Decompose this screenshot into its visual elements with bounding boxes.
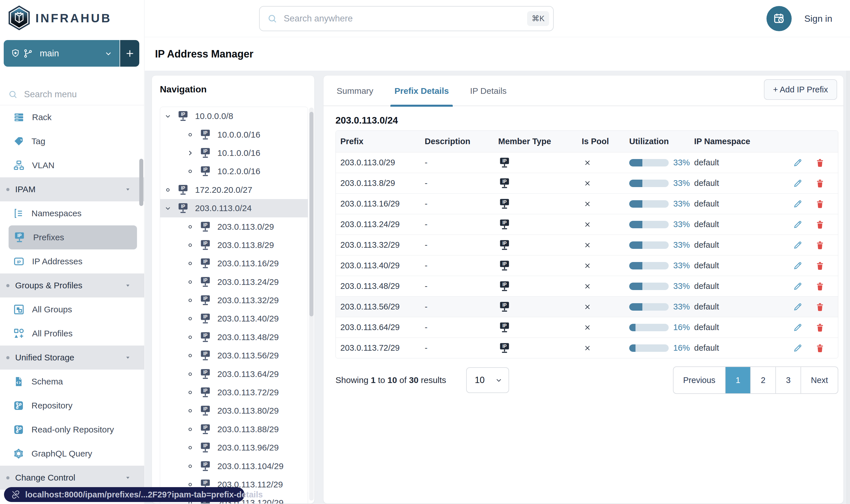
delete-row-button[interactable] — [815, 220, 825, 229]
table-row[interactable]: 203.0.113.32/29 - IP 33% default — [336, 235, 838, 255]
tree-node[interactable]: IP 203.0.113.56/29 — [160, 346, 308, 365]
table-row[interactable]: 203.0.113.56/29 - IP 33% default — [336, 296, 838, 317]
edit-row-button[interactable] — [793, 261, 802, 271]
edit-row-button[interactable] — [793, 220, 802, 229]
tree-node[interactable]: IP 10.0.0.0/16 — [160, 125, 308, 144]
sidebar-item-namespaces[interactable]: Namespaces — [0, 201, 144, 226]
edit-row-button[interactable] — [793, 199, 802, 209]
table-row[interactable]: 203.0.113.40/29 - IP 33% default — [336, 255, 838, 276]
tree-node[interactable]: IP 203.0.113.0/29 — [160, 217, 308, 236]
delete-row-button[interactable] — [815, 199, 825, 209]
sign-in-button[interactable]: Sign in — [804, 0, 832, 37]
chevron-right-icon[interactable] — [186, 149, 194, 157]
delete-row-button[interactable] — [815, 179, 825, 188]
tree-node[interactable]: IP 203.0.113.16/29 — [160, 254, 308, 273]
delete-row-button[interactable] — [815, 158, 825, 168]
tree-node[interactable]: IP 10.0.0.0/8 — [160, 107, 308, 125]
rack-icon — [13, 111, 24, 123]
chevron-down-icon[interactable] — [164, 204, 171, 213]
page-button-next[interactable]: Next — [800, 367, 838, 393]
delete-row-button[interactable] — [815, 302, 825, 312]
page-scrollbar-gutter[interactable] — [847, 71, 850, 504]
link-slash-icon — [11, 490, 21, 500]
page-button-2[interactable]: 2 — [750, 367, 775, 393]
sidebar-item-ip-addresses[interactable]: IP IP Addresses — [0, 249, 144, 273]
tree-node[interactable]: IP 203.0.113.80/29 — [160, 401, 308, 420]
tree-node[interactable]: IP 203.0.113.96/29 — [160, 438, 308, 457]
sidebar-item-all-profiles[interactable]: All Profiles — [0, 322, 144, 345]
tree-node[interactable]: IP 203.0.113.64/29 — [160, 365, 308, 383]
edit-row-button[interactable] — [793, 343, 802, 353]
edit-row-button[interactable] — [793, 240, 802, 250]
delete-row-button[interactable] — [815, 261, 825, 271]
content: ⌘K Sign in IP Address Manager — [145, 0, 850, 504]
tree-node[interactable]: IP 203.0.113.40/29 — [160, 309, 308, 328]
sidebar-section-groups-profiles[interactable]: Groups & Profiles — [0, 273, 144, 298]
sidebar-item-rack[interactable]: Rack — [0, 105, 144, 129]
delete-row-button[interactable] — [815, 282, 825, 291]
tree-node[interactable]: IP 203.0.113.88/29 — [160, 420, 308, 438]
page-button-1[interactable]: 1 — [725, 367, 750, 393]
tree-node-label: 203.0.113.32/29 — [217, 295, 279, 305]
tree-node-label: 203.0.113.0/24 — [195, 203, 252, 213]
sidebar-item-prefixes[interactable]: IP Prefixes — [8, 226, 137, 249]
add-ip-prefix-button[interactable]: + Add IP Prefix — [764, 79, 837, 100]
logo[interactable]: INFRAHUB — [8, 2, 111, 34]
sidebar-item-schema[interactable]: Schema — [0, 370, 144, 394]
page-size-select[interactable]: 10 — [466, 367, 509, 393]
tree-node[interactable]: IP 203.0.113.24/29 — [160, 273, 308, 291]
tree-node[interactable]: IP 203.0.113.8/29 — [160, 236, 308, 254]
page-button-previous[interactable]: Previous — [673, 367, 725, 393]
sidebar-section-ipam[interactable]: IPAM — [0, 177, 144, 201]
sidebar-item-repository[interactable]: Repository — [0, 394, 144, 418]
prefix-icon: IP — [199, 368, 212, 380]
tree-node[interactable]: IP 10.1.0.0/16 — [160, 144, 308, 162]
delete-row-button[interactable] — [815, 323, 825, 332]
table-row[interactable]: 203.0.113.24/29 - IP 33% default — [336, 214, 838, 235]
table-row[interactable]: 203.0.113.64/29 - IP 16% default — [336, 317, 838, 338]
tab-ip-details[interactable]: IP Details — [469, 75, 508, 106]
sidebar-item-tag[interactable]: Tag — [0, 129, 144, 153]
table-row[interactable]: 203.0.113.0/29 - IP 33% default — [336, 152, 838, 173]
tab-prefix-details[interactable]: Prefix Details — [393, 75, 450, 106]
dot-icon — [186, 242, 194, 248]
tree-scrollbar-thumb[interactable] — [309, 112, 313, 317]
edit-row-button[interactable] — [793, 158, 802, 168]
sidebar-item-graphql-query[interactable]: GraphQL Query — [0, 442, 144, 466]
edit-row-button[interactable] — [793, 282, 802, 291]
tree-node[interactable]: IP 203.0.113.0/24 — [160, 199, 308, 217]
tree-node[interactable]: IP 203.0.113.32/29 — [160, 291, 308, 309]
sidebar-section-change-control[interactable]: Change Control — [0, 466, 144, 490]
delete-row-button[interactable] — [815, 240, 825, 250]
global-search[interactable]: ⌘K — [259, 6, 554, 31]
sidebar-item-all-groups[interactable]: All Groups — [0, 298, 144, 322]
sidebar-item-read-only-repository[interactable]: Read-only Repository — [0, 418, 144, 442]
page-button-3[interactable]: 3 — [775, 367, 800, 393]
sidebar-item-vlan[interactable]: VLAN — [0, 153, 144, 177]
edit-row-button[interactable] — [793, 302, 802, 312]
tree-node[interactable]: IP 203.0.113.104/29 — [160, 457, 308, 475]
svg-text:IP: IP — [203, 351, 207, 356]
chevron-down-icon[interactable] — [164, 112, 171, 121]
table-row[interactable]: 203.0.113.16/29 - IP 33% default — [336, 193, 838, 214]
sidebar-search[interactable] — [0, 84, 144, 105]
table-row[interactable]: 203.0.113.72/29 - IP 16% default — [336, 338, 838, 358]
edit-row-button[interactable] — [793, 323, 802, 332]
edit-row-button[interactable] — [793, 179, 802, 188]
sidebar-search-input[interactable] — [23, 89, 118, 100]
table-row[interactable]: 203.0.113.48/29 - IP 33% default — [336, 276, 838, 296]
schedule-button[interactable] — [766, 6, 792, 31]
delete-row-button[interactable] — [815, 343, 825, 353]
sidebar-section-unified-storage[interactable]: Unified Storage — [0, 345, 144, 370]
add-branch-button[interactable] — [120, 40, 139, 67]
tree-node[interactable]: IP 10.2.0.0/16 — [160, 162, 308, 180]
global-search-input[interactable] — [283, 13, 521, 24]
dot-icon — [186, 280, 194, 285]
tree-node[interactable]: IP 172.20.20.0/27 — [160, 181, 308, 199]
branch-select-button[interactable]: main — [4, 40, 120, 67]
table-row[interactable]: 203.0.113.8/29 - IP 33% default — [336, 173, 838, 193]
tree-node[interactable]: IP 203.0.113.48/29 — [160, 328, 308, 346]
sidebar-scrollbar-thumb[interactable] — [139, 159, 143, 206]
tab-summary[interactable]: Summary — [336, 75, 374, 106]
tree-node[interactable]: IP 203.0.113.72/29 — [160, 383, 308, 401]
